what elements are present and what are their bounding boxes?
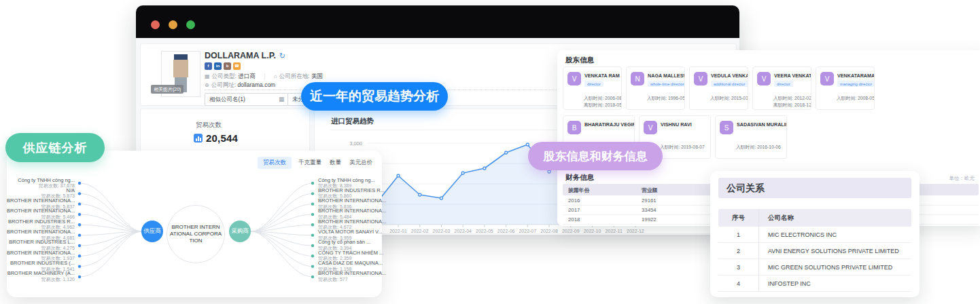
x-axis-month-label: 2022-01 [389, 229, 407, 233]
avatar: B [567, 121, 581, 134]
center-company-node[interactable]: BROTHER INTERNATIONAL CORPORATION [167, 205, 225, 263]
x-axis-month-label: 2022-07 [519, 229, 536, 233]
role-badge: whole-time director [648, 81, 685, 87]
relation-row[interactable]: 1MIC ELECTRONICS INC [718, 227, 911, 243]
join-date: 入职时间: 2012-02-27 [773, 95, 811, 102]
shareholder-dates: 入职时间: 2008-05-20 [837, 95, 875, 102]
financial-col-revenue: 营业额 [642, 187, 657, 194]
supplier-node[interactable]: 供应商 [141, 221, 163, 242]
shareholder-row: VVENKATA RAM ATLURIdirector入职时间: 2006-08… [563, 66, 875, 110]
buyer-name: BROTHER INDUSTRIES R... [318, 188, 389, 194]
role-badge: director [774, 81, 793, 87]
tag-icon: ▦ [205, 73, 210, 79]
supply-chain-panel: 贸易次数千克重量数量美元总价 BROTHER INTERNATIONAL COR… [7, 151, 382, 297]
x-axis-month-label: 2022-10 [584, 229, 601, 233]
window-minimize-button[interactable] [169, 20, 177, 29]
related-images-badge[interactable]: 相关图片(20) [151, 85, 183, 94]
supplier-item[interactable]: BROTHER MACHINERY (A...贸易次数: 1,120 [7, 271, 75, 282]
trend-callout-pill: 近一年的贸易趋势分析 [301, 82, 448, 111]
buyer-name: BROTHER INTERNATIONA... [318, 219, 389, 225]
avatar: V [820, 72, 834, 86]
supplier-name: BROTHER INTERNATIONA... [7, 250, 75, 256]
relation-row[interactable]: 3MIC GREEN SOLUTIONS PRIVATE LIMITED [718, 259, 911, 276]
x-axis-month-label: 2022-03 [433, 229, 451, 233]
x-axis-month-label: 2022-12 [627, 229, 644, 233]
avatar: N [631, 72, 644, 86]
y-axis-tick-label: 3,000 [349, 140, 362, 147]
financial-year: 2018 [568, 216, 580, 223]
shareholder-title: 股东信息 [565, 56, 594, 65]
shareholder-name: BHARATIRAJU VEGIRAJU [584, 121, 635, 128]
buyer-name: BROTHER INTERNATIONA... [318, 208, 389, 214]
company-info-row: ▦公司类型: 进口商 | ⌂公司所在地: 美国 [205, 73, 323, 81]
role-badge: director [584, 81, 603, 87]
shareholder-card[interactable]: SSADASIVAN MURALIKR...入职时间: 2016-10-06 [715, 115, 787, 159]
supplier-name: BROTHER INTERNATIONA... [7, 208, 75, 214]
shareholder-card[interactable]: VVEDULA VENKATA RAM...additional directo… [689, 66, 748, 110]
shareholder-card[interactable]: VVENKATARAMANA MAG...managing director入职… [816, 66, 875, 110]
shareholder-card[interactable]: VVENKATA RAM ATLURIdirector入职时间: 2006-08… [563, 66, 622, 110]
avatar: V [644, 121, 657, 134]
social-icons: f in b ☎ [205, 62, 241, 70]
page: 相关图片(20) DOLLARAMA L.P.↻ f in b ☎ ▦公司类型:… [0, 0, 980, 304]
leave-date: 离职时间: 2018-12-31 [773, 102, 811, 109]
shareholder-name: VISHNU RAVI [661, 121, 692, 128]
financial-year: 2016 [568, 197, 580, 204]
shareholder-dates: 入职时间: 2012-02-27离职时间: 2018-12-31 [773, 95, 811, 108]
blog-icon[interactable]: b [224, 62, 231, 70]
buyer-trade-count: 贸易次数: 577 [318, 277, 389, 283]
linkedin-icon[interactable]: in [214, 62, 222, 70]
relation-company-name: MIC GREEN SOLUTIONS PRIVATE LIMITED [759, 259, 911, 275]
supplier-name: BROTHER INDUSTRIES R... [7, 219, 75, 225]
product-image-shape [173, 60, 188, 77]
product-image-shape [174, 54, 188, 60]
relations-col-name: 公司名称 [759, 209, 911, 227]
similar-company-select[interactable]: 相似公司名(1)▦ [205, 93, 289, 106]
shareholder-card[interactable]: NNAGA MALLESWARA R...whole-time director… [626, 66, 685, 110]
shareholder-name: VENKATARAMANA MAG... [837, 73, 875, 79]
supplier-name: BROTHER INDUSTRIES L... [7, 240, 75, 246]
financial-unit: 单位：欧元 [949, 175, 975, 182]
relation-row[interactable]: 4INFOSTEP INC [718, 276, 911, 292]
x-axis-month-label: 2022-02 [411, 229, 429, 233]
window-close-button[interactable] [151, 20, 160, 29]
window-zoom-button[interactable] [186, 20, 195, 29]
company-website-row: ⊕公司网址: dollarama.com [205, 81, 275, 90]
shareholder-card[interactable]: VVEERA VENKATA SATYA...director入职时间: 201… [752, 66, 811, 110]
financial-revenue: 33454 [642, 207, 657, 213]
x-axis-month-label: 2022-06 [497, 229, 515, 233]
refresh-icon[interactable]: ↻ [279, 52, 285, 60]
buyer-node[interactable]: 采购商 [229, 221, 251, 242]
relation-company-name: AVNI ENERGY SOLUTIONS PRIVATE LIMITED [759, 243, 911, 259]
relation-no: 1 [718, 227, 759, 242]
x-axis-month-label: 2022-09 [562, 229, 580, 233]
facebook-icon[interactable]: f [205, 62, 212, 70]
relations-title: 公司关系 [718, 178, 911, 198]
phone-icon[interactable]: ☎ [233, 62, 241, 70]
financial-title: 财务信息 [565, 173, 594, 183]
financial-revenue: 19922 [642, 216, 657, 223]
avatar: V [694, 72, 707, 86]
buyer-name: BROTHER INTERNATIONA... [318, 198, 389, 204]
supplier-name: Công ty TNHH công ng... [7, 178, 75, 184]
relations-table-body: 1MIC ELECTRONICS INC2AVNI ENERGY SOLUTIO… [718, 227, 911, 292]
role-badge: additional director [711, 81, 748, 87]
x-axis-month-label: 2022-08 [540, 229, 558, 233]
relation-row[interactable]: 2AVNI ENERGY SOLUTIONS PRIVATE LIMITED [718, 243, 911, 259]
relation-company-name: INFOSTEP INC [759, 276, 911, 291]
x-axis-month-label: 2022-04 [454, 229, 472, 233]
buyer-name: Công ty TNHH công ng... [318, 178, 389, 184]
avatar: V [757, 72, 771, 86]
join-date: 入职时间: 2008-05-20 [837, 95, 875, 102]
financial-revenue: 29161 [642, 197, 657, 204]
buyer-name: CASA DIAZ DE MAQUINA... [318, 261, 389, 267]
building-icon: ⌂ [274, 73, 277, 79]
supplier-trade-count: 贸易次数: 1,120 [7, 277, 75, 283]
buyer-item[interactable]: BROTHER INTERNATIONA...贸易次数: 577 [318, 271, 389, 282]
join-date: 入职时间: 2019-08-07 [660, 144, 705, 151]
relations-table: 序号 公司名称 1MIC ELECTRONICS INC2AVNI ENERGY… [718, 209, 911, 292]
x-axis-month-label: 2022-05 [476, 229, 493, 233]
shareholder-name: VENKATA RAM ATLURI [584, 73, 622, 79]
buyer-name: Công ty cổ phần sản ... [318, 240, 389, 246]
join-date: 入职时间: 1996-05-25 [647, 95, 685, 102]
